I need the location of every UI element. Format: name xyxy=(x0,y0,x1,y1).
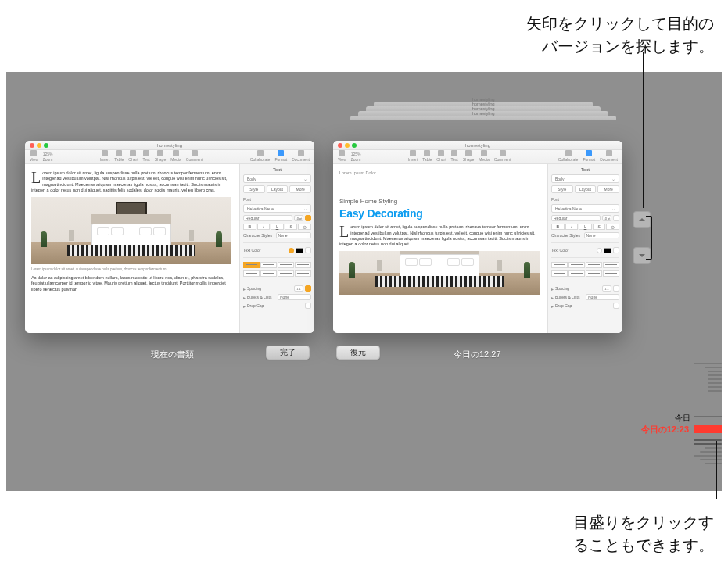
style-options-button[interactable]: ⚙ xyxy=(298,224,311,230)
timeline-tick[interactable] xyxy=(694,363,722,364)
toolbar-insert-button[interactable]: Insert xyxy=(408,150,418,162)
align-justify-button[interactable] xyxy=(295,262,311,268)
align-top-button[interactable] xyxy=(278,270,294,277)
bullets-popup[interactable]: None xyxy=(586,294,619,300)
underline-button[interactable]: U xyxy=(271,224,284,230)
close-icon[interactable] xyxy=(338,143,342,148)
toolbar-insert-button[interactable]: Insert xyxy=(100,150,110,162)
align-top-button[interactable] xyxy=(586,270,602,277)
underline-button[interactable]: U xyxy=(579,224,592,230)
timeline-tick[interactable] xyxy=(705,447,722,449)
toolbar-collaborate-button[interactable]: Collaborate xyxy=(558,150,579,162)
timeline-tick[interactable] xyxy=(705,463,722,464)
drop-cap-toggle[interactable] xyxy=(305,303,311,309)
spacing-stepper[interactable] xyxy=(305,285,311,292)
timeline-tick[interactable] xyxy=(694,455,722,457)
align-middle-button[interactable] xyxy=(295,270,311,277)
align-right-button[interactable] xyxy=(586,262,602,268)
seg-style[interactable]: Style xyxy=(243,185,265,193)
disclosure-icon[interactable]: ▸ xyxy=(551,295,554,300)
seg-more[interactable]: More xyxy=(597,185,619,193)
restore-button[interactable]: 復元 xyxy=(336,346,380,360)
indent-increase-button[interactable] xyxy=(260,270,277,277)
toolbar-document-button[interactable]: Document xyxy=(600,150,618,162)
text-color-swatch[interactable] xyxy=(296,248,303,253)
disclosure-icon[interactable]: ▸ xyxy=(243,303,246,309)
toolbar-comment-button[interactable]: Comment xyxy=(494,150,511,162)
toolbar-collaborate-button[interactable]: Collaborate xyxy=(250,150,271,162)
timeline-lower-ticks[interactable] xyxy=(694,439,722,467)
timeline-tick[interactable] xyxy=(700,451,722,453)
toolbar-view-button[interactable]: View xyxy=(30,150,38,162)
bold-button[interactable]: B xyxy=(243,224,256,230)
timeline-tick[interactable] xyxy=(708,382,722,384)
zoom-icon[interactable] xyxy=(44,143,48,148)
seg-layout[interactable]: Layout xyxy=(267,185,289,193)
disclosure-icon[interactable]: ▸ xyxy=(551,303,554,309)
inspector-tab[interactable]: Text xyxy=(243,167,311,172)
font-size-stepper[interactable] xyxy=(613,215,619,221)
spacing-field[interactable]: 1.1 xyxy=(294,285,303,292)
seg-more[interactable]: More xyxy=(289,185,311,193)
spacing-stepper[interactable] xyxy=(613,285,619,292)
text-color-accent[interactable] xyxy=(597,248,602,253)
paragraph-style-popup[interactable]: Body⌄ xyxy=(243,174,311,183)
char-styles-popup[interactable]: None xyxy=(584,232,620,238)
font-family-popup[interactable]: Helvetica Neue⌄ xyxy=(551,204,619,213)
timeline-tick[interactable] xyxy=(708,374,722,376)
timeline-current-marker[interactable] xyxy=(694,425,722,433)
timeline-tick[interactable] xyxy=(700,459,722,460)
toolbar-zoom-button[interactable]: 125%Zoom xyxy=(43,152,53,162)
font-size-field[interactable]: 10 pt xyxy=(294,215,303,221)
disclosure-icon[interactable]: ▸ xyxy=(243,295,246,300)
drop-cap-toggle[interactable] xyxy=(613,303,619,309)
toolbar-chart-button[interactable]: Chart xyxy=(436,150,446,162)
char-styles-popup[interactable]: None xyxy=(276,232,312,238)
align-left-button[interactable] xyxy=(551,262,568,268)
strike-button[interactable]: S xyxy=(285,224,298,230)
toolbar-view-button[interactable]: View xyxy=(338,150,346,162)
italic-button[interactable]: I xyxy=(257,224,271,230)
align-center-button[interactable] xyxy=(568,262,585,268)
toolbar-shape-button[interactable]: Shape xyxy=(155,150,166,162)
toolbar-media-button[interactable]: Media xyxy=(170,150,181,162)
align-justify-button[interactable] xyxy=(603,262,619,268)
toolbar-media-button[interactable]: Media xyxy=(479,150,490,162)
toolbar-table-button[interactable]: Table xyxy=(114,150,124,162)
bullets-popup[interactable]: None xyxy=(278,294,311,300)
inspector-tab[interactable]: Text xyxy=(551,167,619,172)
font-size-stepper[interactable] xyxy=(305,215,311,221)
font-family-popup[interactable]: Helvetica Neue⌄ xyxy=(243,204,311,213)
toolbar-format-button[interactable]: Format xyxy=(274,150,287,162)
align-center-button[interactable] xyxy=(260,262,277,268)
indent-increase-button[interactable] xyxy=(568,270,585,277)
close-icon[interactable] xyxy=(30,143,34,148)
font-weight-popup[interactable]: Regular xyxy=(243,215,292,221)
strike-button[interactable]: S xyxy=(593,224,606,230)
spacing-field[interactable]: 1.1 xyxy=(602,285,611,292)
timeline-tick[interactable] xyxy=(694,443,722,445)
seg-layout[interactable]: Layout xyxy=(575,185,597,193)
font-size-field[interactable]: 10 pt xyxy=(602,215,611,221)
timeline-tick[interactable] xyxy=(694,439,722,441)
italic-button[interactable]: I xyxy=(565,224,579,230)
indent-decrease-button[interactable] xyxy=(243,270,260,277)
toolbar-zoom-button[interactable]: 125%Zoom xyxy=(351,152,361,162)
timeline-tick[interactable] xyxy=(708,386,722,388)
seg-style[interactable]: Style xyxy=(551,185,573,193)
align-left-button[interactable] xyxy=(243,262,260,268)
timeline-tick[interactable] xyxy=(705,367,722,368)
timeline-tick[interactable] xyxy=(708,378,722,380)
style-options-button[interactable]: ⚙ xyxy=(606,224,619,230)
paragraph-style-popup[interactable]: Body⌄ xyxy=(551,174,619,183)
font-weight-popup[interactable]: Regular xyxy=(551,215,601,221)
disclosure-icon[interactable]: ▸ xyxy=(551,286,554,292)
toolbar-text-button[interactable]: Text xyxy=(451,150,458,162)
window-controls[interactable] xyxy=(30,143,48,148)
done-button[interactable]: 完了 xyxy=(266,346,310,360)
align-right-button[interactable] xyxy=(278,262,294,268)
disclosure-icon[interactable]: ▸ xyxy=(243,286,246,292)
toolbar-document-button[interactable]: Document xyxy=(292,150,310,162)
text-color-accent[interactable] xyxy=(289,248,294,253)
toolbar-comment-button[interactable]: Comment xyxy=(186,150,203,162)
